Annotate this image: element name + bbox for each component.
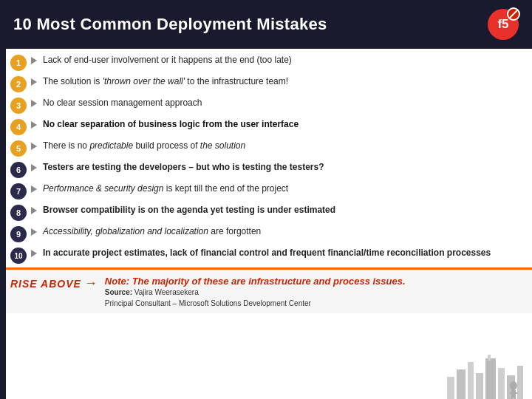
bullet-arrow-3 <box>31 100 37 107</box>
svg-rect-3 <box>476 373 483 399</box>
number-badge-9: 9 <box>10 226 27 242</box>
bullet-arrow-5 <box>31 143 37 150</box>
f5-text: f5 <box>497 17 508 32</box>
svg-rect-0 <box>447 377 454 399</box>
list-item: 4 No clear separation of business logic … <box>10 116 523 137</box>
item-text-6: Testers are testing the developers – but… <box>43 161 523 174</box>
f5-logo: f5 <box>488 9 519 40</box>
number-badge-2: 2 <box>10 76 27 92</box>
number-badge-8: 8 <box>10 205 27 221</box>
number-badge-4: 4 <box>10 119 27 135</box>
city-silhouette-icon <box>443 347 532 399</box>
svg-rect-1 <box>457 369 466 399</box>
list-item: 2 The solution is 'thrown over the wall'… <box>10 73 523 95</box>
svg-rect-4 <box>485 358 496 399</box>
list-item: 7 Performance & security design is kept … <box>10 180 523 202</box>
rise-above-logo: RISE ABOVE → <box>10 276 98 291</box>
note-content: Note: The majority of these are infrastr… <box>105 276 522 309</box>
source-name: Vajira Weerasekera <box>134 288 199 296</box>
no-symbol-icon <box>507 7 520 21</box>
list-item: 6 Testers are testing the developers – b… <box>10 159 523 180</box>
number-badge-3: 3 <box>10 98 27 114</box>
number-badge-5: 5 <box>10 140 27 157</box>
source-title: Principal Consultant – Microsoft Solutio… <box>105 299 311 307</box>
svg-rect-5 <box>498 368 505 399</box>
slide: 10 Most Common Deployment Mistakes f5 1 … <box>0 0 532 399</box>
note-bar: RISE ABOVE → Note: The majority of these… <box>0 267 532 313</box>
number-badge-1: 1 <box>10 55 27 71</box>
list-item: 8 Browser compatibility is on the agenda… <box>10 202 523 223</box>
item-text-2: The solution is 'thrown over the wall' t… <box>43 75 523 88</box>
rise-above-arrow-icon: → <box>84 276 98 291</box>
bullet-arrow-8 <box>31 207 37 214</box>
svg-rect-2 <box>468 362 474 399</box>
item-text-4: No clear separation of business logic fr… <box>43 118 523 131</box>
content-area: 1 Lack of end-user involvement or it hap… <box>0 49 532 267</box>
number-badge-10: 10 <box>10 248 27 264</box>
svg-point-9 <box>510 381 517 390</box>
bullet-arrow-4 <box>31 121 37 129</box>
rise-above-text: RISE ABOVE <box>10 278 81 290</box>
source-label: Source: <box>105 288 132 296</box>
bullet-arrow-6 <box>31 164 37 171</box>
bullet-arrow-2 <box>31 78 37 86</box>
item-text-9: Accessibility, globalization and localiz… <box>43 225 523 238</box>
number-badge-7: 7 <box>10 183 27 200</box>
item-text-10: In accurate project estimates, lack of f… <box>43 247 523 259</box>
bullet-arrow-10 <box>31 250 37 257</box>
note-text: Note: The majority of these are infrastr… <box>105 276 522 287</box>
bullet-arrow-1 <box>31 57 37 64</box>
list-item: 1 Lack of end-user involvement or it hap… <box>10 52 523 73</box>
list-item: 5 There is no predictable build process … <box>10 137 523 159</box>
bullet-arrow-9 <box>31 228 37 236</box>
list-item: 10 In accurate project estimates, lack o… <box>10 245 523 266</box>
item-text-8: Browser compatibility is on the agenda y… <box>43 204 523 216</box>
svg-rect-8 <box>488 355 491 361</box>
item-text-1: Lack of end-user involvement or it happe… <box>43 54 523 66</box>
source-block: Source: Vajira Weerasekera Principal Con… <box>105 287 522 309</box>
list-item: 9 Accessibility, globalization and local… <box>10 223 523 245</box>
svg-rect-7 <box>517 366 523 399</box>
number-badge-6: 6 <box>10 162 27 178</box>
item-text-5: There is no predictable build process of… <box>43 140 523 152</box>
bullet-arrow-7 <box>31 185 37 193</box>
slide-title: 10 Most Common Deployment Mistakes <box>13 15 327 34</box>
item-text-7: Performance & security design is kept ti… <box>43 183 523 195</box>
list-item: 3 No clear session management approach <box>10 95 523 116</box>
header: 10 Most Common Deployment Mistakes f5 <box>0 0 532 49</box>
item-text-3: No clear session management approach <box>43 97 523 109</box>
